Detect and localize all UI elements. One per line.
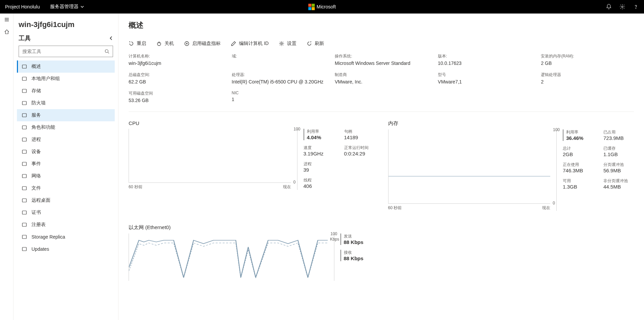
mem-ymin: 0 — [553, 201, 555, 205]
tool-icon — [21, 88, 27, 94]
search-input[interactable] — [19, 49, 101, 54]
svg-rect-16 — [22, 223, 26, 226]
tool-icon — [21, 100, 27, 106]
tool-label: 远程桌面 — [31, 197, 50, 203]
restart-button[interactable]: 重启 — [129, 41, 146, 47]
refresh-button[interactable]: 刷新 — [307, 41, 324, 47]
shutdown-button[interactable]: 关机 — [156, 41, 174, 47]
help-icon[interactable] — [633, 4, 639, 10]
cpu-ymin: 0 — [293, 180, 296, 184]
tool-icon — [21, 198, 27, 203]
svg-point-1 — [636, 8, 636, 8]
mem-avail-value: 1.3GB — [563, 184, 593, 190]
left-rail — [0, 14, 14, 320]
tool-item-15[interactable]: Updates — [17, 243, 115, 255]
svg-rect-12 — [22, 174, 26, 178]
main-content: 概述 重启 关机 启用磁盘指标 编辑计算机 ID 设置 — [118, 14, 644, 320]
lcpu-label: 逻辑处理器 — [541, 72, 634, 78]
svg-point-0 — [622, 6, 623, 8]
tool-item-12[interactable]: 证书 — [17, 206, 115, 219]
tool-icon — [21, 246, 27, 252]
ms-brand: Microsoft — [308, 4, 336, 10]
restart-icon — [129, 41, 134, 46]
tool-item-9[interactable]: 网络 — [17, 170, 115, 182]
power-icon — [156, 41, 162, 46]
info-grid: 计算机名称:win-3jfg6i1cujm 域: 操作系统:Microsoft … — [129, 53, 634, 112]
mem-paged-value: 56.9MB — [603, 168, 634, 173]
tool-item-8[interactable]: 事件 — [17, 158, 115, 170]
tool-item-4[interactable]: 服务 — [17, 109, 115, 121]
processor-value: Intel(R) Core(TM) i5-6500 CPU @ 3.20GHz — [232, 79, 325, 84]
tool-item-2[interactable]: 存储 — [17, 85, 115, 97]
search-button[interactable] — [101, 49, 113, 54]
tool-icon — [21, 149, 27, 154]
tool-item-3[interactable]: 防火墙 — [17, 97, 115, 109]
svg-point-22 — [281, 43, 282, 45]
collapse-icon[interactable] — [109, 36, 113, 40]
tool-item-1[interactable]: 本地用户和组 — [17, 73, 115, 85]
tool-item-6[interactable]: 进程 — [17, 133, 115, 146]
net-chart-svg — [129, 233, 328, 281]
tool-item-0[interactable]: 概述 — [17, 60, 115, 73]
brand-label: Project Honolulu — [5, 4, 40, 9]
tool-label: 概述 — [31, 64, 41, 70]
tool-item-5[interactable]: 角色和功能 — [17, 121, 115, 133]
lcpu-value: 2 — [541, 79, 634, 84]
tool-icon — [21, 125, 27, 130]
mem-xlabel-right: 现在 — [542, 205, 550, 211]
version-label: 版本: — [438, 53, 531, 59]
mem-committed-value: 746.3MB — [563, 168, 593, 173]
cpu-util-value: 4.04% — [307, 134, 334, 140]
settings-label: 设置 — [287, 41, 296, 47]
mem-xlabel-left: 60 秒前 — [388, 205, 402, 211]
computer-name-value: win-3jfg6i1cujm — [129, 60, 222, 66]
disk-metrics-button[interactable]: 启用磁盘指标 — [184, 41, 221, 47]
mem-cached-label: 已缓存 — [603, 146, 634, 151]
cpu-xlabel-left: 60 秒前 — [129, 184, 142, 190]
net-recv-label: 接收 — [344, 250, 375, 255]
solution-dropdown[interactable]: 服务器管理器 — [50, 4, 84, 10]
tool-icon — [21, 161, 27, 167]
ethernet-panel: 以太网 (Ethernet0) 100 Kbps 发送8 — [129, 224, 375, 281]
settings-icon[interactable] — [619, 4, 625, 10]
notifications-icon[interactable] — [606, 4, 612, 10]
cpu-threads-label: 线程 — [304, 177, 334, 183]
action-bar: 重启 关机 启用磁盘指标 编辑计算机 ID 设置 刷新 — [129, 37, 634, 53]
nic-value: 1 — [232, 97, 325, 102]
tool-label: 设备 — [31, 149, 41, 155]
disk-free-label: 可用磁盘空间 — [129, 91, 222, 96]
svg-rect-15 — [22, 211, 26, 214]
svg-point-2 — [105, 50, 108, 53]
refresh-icon — [307, 41, 312, 46]
svg-point-20 — [185, 42, 189, 46]
edit-id-button[interactable]: 编辑计算机 ID — [231, 41, 269, 47]
home-icon[interactable] — [4, 29, 9, 34]
hamburger-icon[interactable] — [4, 17, 9, 22]
svg-rect-7 — [22, 114, 26, 117]
search-box[interactable] — [19, 46, 113, 57]
tool-icon — [21, 113, 27, 118]
mem-inuse-label: 已占用 — [603, 129, 634, 135]
page-title: 概述 — [129, 20, 634, 30]
tool-label: 角色和功能 — [31, 124, 55, 130]
tool-item-7[interactable]: 设备 — [17, 146, 115, 158]
tool-item-13[interactable]: 注册表 — [17, 219, 115, 231]
cpu-chart: 100 0 — [129, 129, 291, 183]
tool-item-11[interactable]: 远程桌面 — [17, 194, 115, 206]
tool-icon — [21, 210, 27, 215]
net-title: 以太网 (Ethernet0) — [129, 224, 375, 231]
net-chart: 100 Kbps — [129, 233, 328, 281]
solution-label: 服务器管理器 — [50, 4, 79, 10]
shutdown-label: 关机 — [164, 41, 174, 47]
svg-point-21 — [186, 43, 187, 44]
tool-item-14[interactable]: Storage Replica — [17, 231, 115, 243]
refresh-label: 刷新 — [315, 41, 324, 47]
net-yunit: Kbps — [330, 237, 339, 242]
svg-rect-6 — [22, 101, 26, 105]
tool-item-10[interactable]: 文件 — [17, 182, 115, 194]
settings-button[interactable]: 设置 — [279, 41, 296, 47]
nic-label: NIC — [232, 91, 325, 95]
restart-label: 重启 — [137, 41, 146, 47]
mem-committed-label: 正在使用 — [563, 162, 593, 168]
disk-free-value: 53.26 GB — [129, 98, 222, 103]
